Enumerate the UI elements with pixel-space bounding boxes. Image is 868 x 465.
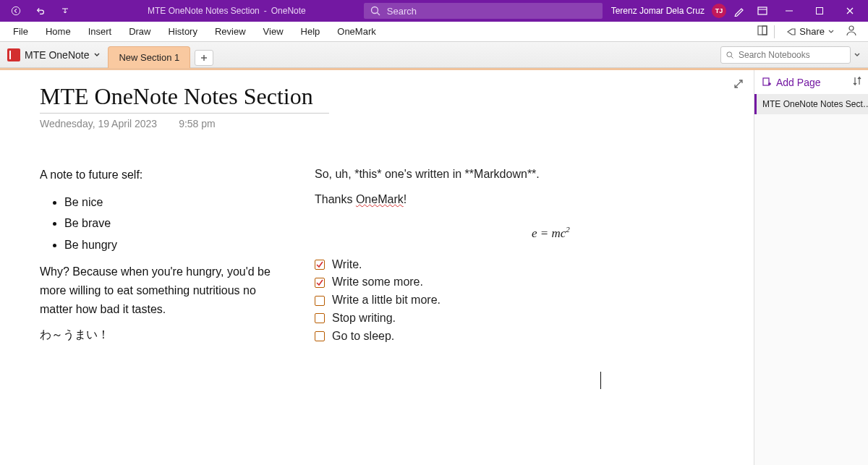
note-column-1[interactable]: A note to future self: Be niceBe braveBe… xyxy=(40,166,286,389)
note-body: A note to future self: Be niceBe braveBe… xyxy=(40,166,754,389)
notebook-bar: MTE OneNote New Section 1 Search Noteboo… xyxy=(0,42,868,68)
todo-checkbox[interactable] xyxy=(315,313,325,323)
add-page-icon xyxy=(762,77,772,88)
title-bar: MTE OneNote Notes Section - OneNote Sear… xyxy=(0,0,868,22)
todo-item[interactable]: Write some more. xyxy=(315,273,601,291)
jp-text: わ～うまい！ xyxy=(40,325,286,344)
thanks-line: Thanks OneMark! xyxy=(315,191,601,209)
search-notebooks-input[interactable]: Search Notebooks xyxy=(720,46,851,64)
todo-checkbox[interactable] xyxy=(315,260,325,270)
page-canvas[interactable]: MTE OneNote Notes Section Wednesday, 19 … xyxy=(0,70,754,465)
ribbon-tab-insert[interactable]: Insert xyxy=(80,22,121,42)
minimize-button[interactable] xyxy=(775,0,803,22)
markdown-line: So, uh, *this* one's written in **Markdo… xyxy=(315,166,601,184)
todo-text: Write a little bit more. xyxy=(332,291,441,310)
share-button[interactable]: Share xyxy=(780,25,839,39)
title-bar-left xyxy=(0,1,75,21)
search-icon xyxy=(370,5,381,17)
page-meta: Wednesday, 19 April 2023 9:58 pm xyxy=(40,118,754,129)
close-button[interactable] xyxy=(836,0,864,22)
intro-text: A note to future self: xyxy=(40,166,286,184)
chevron-down-icon xyxy=(93,51,101,59)
svg-point-14 xyxy=(727,51,732,56)
ribbon-tab-help[interactable]: Help xyxy=(292,22,329,42)
todo-text: Write. xyxy=(332,256,362,274)
chevron-down-icon xyxy=(827,28,835,35)
text-cursor xyxy=(600,372,601,389)
svg-rect-3 xyxy=(758,7,767,14)
why-text: Why? Because when you're hungry, you'd b… xyxy=(40,263,286,318)
svg-rect-10 xyxy=(762,26,767,35)
ribbon-tab-history[interactable]: History xyxy=(160,22,206,42)
sort-pages-button[interactable] xyxy=(852,76,862,88)
svg-line-15 xyxy=(731,56,733,58)
ribbon-tab-draw[interactable]: Draw xyxy=(120,22,159,42)
app-name: OneNote xyxy=(271,6,306,16)
maximize-button[interactable] xyxy=(806,0,833,22)
ribbon-tab-home[interactable]: Home xyxy=(37,22,80,42)
add-section-button[interactable] xyxy=(195,50,213,66)
svg-point-1 xyxy=(371,7,378,14)
bullet-list: Be niceBe braveBe hungry xyxy=(40,192,286,256)
bullet-item: Be brave xyxy=(64,213,286,234)
notebook-selector[interactable]: MTE OneNote xyxy=(0,42,108,68)
todo-checkbox[interactable] xyxy=(315,296,325,306)
search-icon xyxy=(726,51,734,59)
search-scope-dropdown[interactable] xyxy=(851,51,864,59)
notebook-icon xyxy=(7,48,20,61)
search-placeholder: Search xyxy=(387,6,417,17)
svg-rect-6 xyxy=(817,8,823,14)
bullet-item: Be hungry xyxy=(64,234,286,256)
page-panel: Add Page MTE OneNote Notes Sect… xyxy=(754,70,868,465)
ribbon-tab-onemark[interactable]: OneMark xyxy=(328,22,384,42)
svg-rect-16 xyxy=(763,78,769,85)
page-date[interactable]: Wednesday, 19 April 2023 xyxy=(40,118,157,129)
bullet-item: Be nice xyxy=(64,192,286,213)
ribbon-right: Share xyxy=(757,24,864,39)
user-name[interactable]: Terenz Jomar Dela Cruz xyxy=(611,6,705,16)
back-button[interactable] xyxy=(6,1,26,21)
fullpage-view-button[interactable] xyxy=(757,25,768,38)
todo-checkbox[interactable] xyxy=(315,331,325,341)
search-box[interactable]: Search xyxy=(364,3,603,19)
avatar[interactable]: TJ xyxy=(712,4,726,18)
expand-page-button[interactable] xyxy=(733,79,744,91)
qat-customize-button[interactable] xyxy=(55,1,75,21)
note-column-2[interactable]: So, uh, *this* one's written in **Markdo… xyxy=(315,166,601,389)
page-list: MTE OneNote Notes Sect… xyxy=(754,94,868,114)
ribbon-tab-file[interactable]: File xyxy=(4,22,37,42)
ribbon-tab-review[interactable]: Review xyxy=(206,22,255,42)
doc-title: MTE OneNote Notes Section xyxy=(148,6,260,16)
todo-text: Stop writing. xyxy=(332,310,396,328)
ribbon-mode-button[interactable] xyxy=(752,1,773,21)
todo-text: Go to sleep. xyxy=(332,328,394,346)
svg-line-2 xyxy=(377,13,380,16)
ribbon: FileHomeInsertDrawHistoryReviewViewHelpO… xyxy=(0,22,868,42)
page-list-item[interactable]: MTE OneNote Notes Sect… xyxy=(754,94,868,114)
todo-item[interactable]: Write. xyxy=(315,256,601,274)
main-row: MTE OneNote Notes Section Wednesday, 19 … xyxy=(0,68,868,465)
svg-point-11 xyxy=(849,26,854,30)
todo-item[interactable]: Write a little bit more. xyxy=(315,291,601,310)
todo-list: Write.Write some more.Write a little bit… xyxy=(315,256,601,346)
add-page-button[interactable]: Add Page xyxy=(762,77,821,88)
draw-mode-button[interactable] xyxy=(729,1,749,21)
window-title: MTE OneNote Notes Section - OneNote xyxy=(148,6,306,16)
section-tab[interactable]: New Section 1 xyxy=(108,46,190,68)
profile-button[interactable] xyxy=(845,24,858,39)
title-bar-right: Terenz Jomar Dela Cruz TJ xyxy=(611,0,868,22)
equation: e = mc2 xyxy=(532,223,601,243)
page-panel-header: Add Page xyxy=(754,70,868,94)
undo-button[interactable] xyxy=(30,1,51,21)
share-icon xyxy=(785,26,796,38)
todo-checkbox[interactable] xyxy=(315,278,325,288)
title-rule xyxy=(40,113,329,114)
ribbon-tab-view[interactable]: View xyxy=(255,22,292,42)
page-time[interactable]: 9:58 pm xyxy=(179,118,216,129)
page-title[interactable]: MTE OneNote Notes Section xyxy=(40,83,754,113)
svg-point-0 xyxy=(12,7,20,14)
todo-text: Write some more. xyxy=(332,273,423,291)
todo-item[interactable]: Stop writing. xyxy=(315,310,601,328)
todo-item[interactable]: Go to sleep. xyxy=(315,328,601,346)
